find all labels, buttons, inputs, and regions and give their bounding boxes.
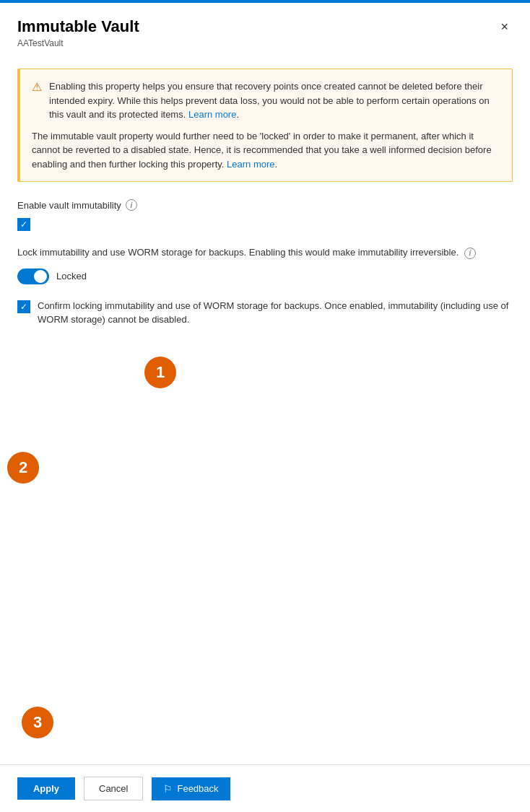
toggle-row: Locked <box>17 269 513 284</box>
warning-second-para: The immutable vault property would furth… <box>32 129 500 172</box>
learn-more-link-1[interactable]: Learn more <box>188 109 236 120</box>
panel-header: Immutable Vault AATestVault × <box>0 3 530 57</box>
lock-section-label: Lock immutability and use WORM storage f… <box>17 245 513 260</box>
warning-icon: ⚠ <box>32 80 42 122</box>
immutability-info-icon[interactable]: i <box>126 199 137 211</box>
apply-button[interactable]: Apply <box>17 777 75 800</box>
immutability-label: Enable vault immutability i <box>17 199 513 211</box>
annotation-3: 3 <box>22 707 53 738</box>
toggle-label: Locked <box>56 271 87 281</box>
check-mark: ✓ <box>20 220 27 229</box>
close-button[interactable]: × <box>496 17 513 36</box>
immutability-section: Enable vault immutability i ✓ <box>17 199 513 231</box>
confirm-checkmark: ✓ <box>20 302 27 311</box>
warning-first-row: ⚠ Enabling this property helps you ensur… <box>32 79 500 122</box>
panel-footer: Apply Cancel ⚐ Feedback <box>0 764 530 812</box>
warning-text-1: Enabling this property helps you ensure … <box>49 79 500 122</box>
feedback-button[interactable]: ⚐ Feedback <box>152 777 230 800</box>
cancel-button[interactable]: Cancel <box>84 777 143 800</box>
panel-title: Immutable Vault <box>17 17 139 36</box>
header-title-group: Immutable Vault AATestVault <box>17 17 139 48</box>
toggle-knob <box>34 270 47 283</box>
warning-box: ⚠ Enabling this property helps you ensur… <box>17 69 513 182</box>
feedback-icon: ⚐ <box>163 783 173 795</box>
panel-subtitle: AATestVault <box>17 38 139 48</box>
lock-info-icon[interactable]: i <box>464 248 476 259</box>
panel-content: ⚠ Enabling this property helps you ensur… <box>0 57 530 764</box>
annotation-2: 2 <box>7 452 39 484</box>
annotation-1: 1 <box>144 357 176 388</box>
immutability-checkbox-wrapper[interactable]: ✓ <box>17 218 513 231</box>
lock-toggle[interactable] <box>17 269 49 284</box>
confirm-checkbox[interactable]: ✓ <box>17 300 30 313</box>
immutability-checkbox[interactable]: ✓ <box>17 218 30 231</box>
panel: Immutable Vault AATestVault × ⚠ Enabling… <box>0 3 530 812</box>
lock-section: Lock immutability and use WORM storage f… <box>17 245 513 284</box>
confirm-row: ✓ Confirm locking immutability and use o… <box>17 299 513 327</box>
feedback-label: Feedback <box>177 783 218 794</box>
confirm-text: Confirm locking immutability and use of … <box>38 299 513 327</box>
learn-more-link-2[interactable]: Learn more <box>227 159 274 170</box>
